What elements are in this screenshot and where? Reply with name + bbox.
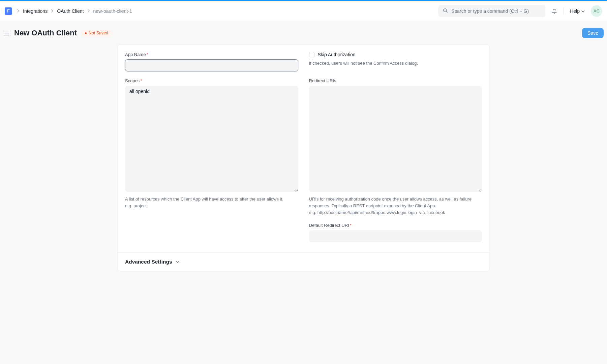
breadcrumb: Integrations OAuth Client new-oauth-clie…: [17, 8, 132, 14]
field-skip-authorization: Skip Authorization If checked, users wil…: [309, 52, 482, 67]
search-icon: [443, 8, 448, 14]
field-scopes: Scopes* A list of resources which the Cl…: [125, 78, 298, 209]
form-card: App Name* Skip Authorization If checked,…: [117, 44, 490, 271]
field-default-redirect-uri: Default Redirect URI*: [309, 223, 482, 242]
search-input[interactable]: [451, 8, 541, 14]
search-bar[interactable]: [438, 5, 545, 17]
advanced-settings-title: Advanced Settings: [125, 259, 172, 265]
chevron-right-icon: [51, 9, 54, 13]
breadcrumb-integrations[interactable]: Integrations: [23, 8, 48, 14]
skip-authorization-checkbox[interactable]: [309, 52, 314, 57]
default-redirect-uri-input[interactable]: [309, 230, 482, 242]
status-dot-icon: [85, 32, 87, 34]
status-badge: Not Saved: [82, 29, 112, 37]
field-app-name: App Name*: [125, 52, 298, 71]
page-title: New OAuth Client: [14, 29, 77, 37]
required-indicator: *: [140, 78, 142, 83]
skip-authorization-help: If checked, users will not see the Confi…: [309, 60, 482, 67]
redirect-uris-help: URIs for receiving authorization code on…: [309, 196, 482, 216]
required-indicator: *: [350, 223, 352, 228]
scopes-help: A list of resources which the Client App…: [125, 196, 298, 209]
menu-icon[interactable]: [3, 31, 9, 35]
chevron-down-icon: [176, 260, 180, 264]
app-name-label: App Name*: [125, 52, 298, 57]
redirect-uris-label: Redirect URIs: [309, 78, 482, 83]
page-header: New OAuth Client Not Saved Save: [3, 21, 604, 44]
required-indicator: *: [146, 52, 148, 57]
field-redirect-uris: Redirect URIs URIs for receiving authori…: [309, 78, 482, 216]
help-menu[interactable]: Help: [570, 8, 585, 14]
navbar: F Integrations OAuth Client new-oauth-cl…: [0, 1, 607, 21]
advanced-settings-toggle[interactable]: Advanced Settings: [125, 259, 482, 265]
app-logo-letter: F: [7, 8, 10, 13]
svg-point-0: [444, 8, 447, 11]
scopes-label: Scopes*: [125, 78, 298, 83]
bell-icon[interactable]: [551, 8, 557, 14]
separator: [564, 7, 564, 15]
chevron-right-icon: [17, 9, 20, 13]
default-redirect-uri-label: Default Redirect URI*: [309, 223, 482, 228]
chevron-right-icon: [87, 9, 90, 13]
breadcrumb-oauth-client[interactable]: OAuth Client: [57, 8, 84, 14]
app-logo[interactable]: F: [5, 7, 12, 15]
chevron-down-icon: [581, 8, 585, 14]
status-badge-label: Not Saved: [89, 31, 108, 35]
advanced-settings-section: Advanced Settings: [118, 252, 489, 271]
breadcrumb-current: new-oauth-client-1: [93, 8, 132, 14]
help-label: Help: [570, 8, 580, 14]
skip-authorization-label: Skip Authorization: [318, 52, 356, 57]
scopes-textarea[interactable]: [125, 86, 298, 192]
redirect-uris-textarea[interactable]: [309, 86, 482, 192]
avatar-initials: AC: [594, 8, 600, 13]
save-button[interactable]: Save: [582, 28, 604, 38]
app-name-input[interactable]: [125, 59, 298, 71]
avatar[interactable]: AC: [591, 5, 602, 17]
